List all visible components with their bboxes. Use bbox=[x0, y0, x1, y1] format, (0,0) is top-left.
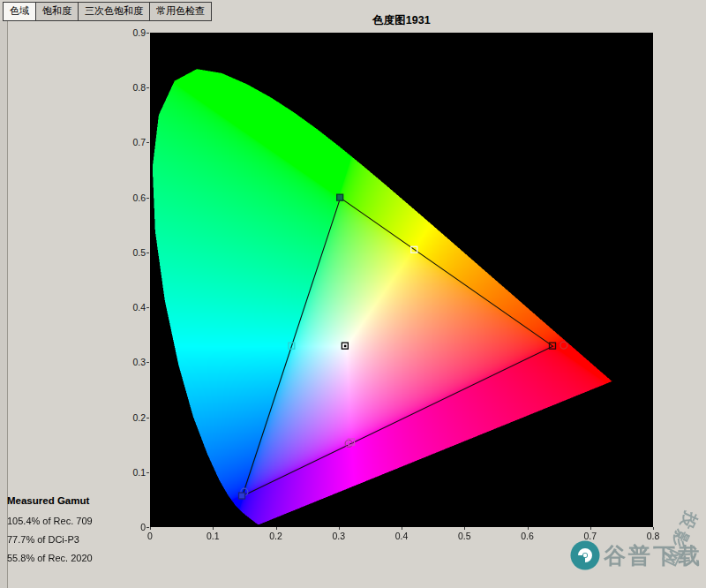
app-window: { "tabs": [ { "label": "色域", "active": t… bbox=[0, 0, 706, 588]
x-tick-mark bbox=[528, 527, 529, 530]
x-tick-mark bbox=[339, 527, 340, 530]
x-tick-label: 0.5 bbox=[449, 531, 479, 541]
tab-saturation[interactable]: 饱和度 bbox=[36, 2, 79, 21]
y-tick-mark bbox=[146, 418, 149, 418]
x-tick-label: 0.2 bbox=[261, 531, 291, 541]
tab-gamut[interactable]: 色域 bbox=[3, 2, 36, 21]
x-tick-mark bbox=[150, 527, 151, 530]
x-tick-label: 0.3 bbox=[324, 531, 354, 541]
measured-gamut-dcip3: 77.7% of DCi-P3 bbox=[7, 534, 79, 545]
y-tick-label: 0.7 bbox=[119, 137, 146, 147]
y-tick-label: 0.1 bbox=[119, 467, 146, 478]
y-tick-mark bbox=[146, 198, 149, 199]
y-tick-label: 0.4 bbox=[119, 302, 146, 313]
measured-gamut-rec2020: 55.8% of Rec. 2020 bbox=[7, 553, 93, 563]
y-tick-mark bbox=[146, 362, 149, 363]
y-tick-label: 0.5 bbox=[119, 247, 146, 258]
y-tick-mark bbox=[146, 87, 149, 88]
cie-1931-chromaticity-canvas bbox=[150, 33, 653, 527]
x-tick-mark bbox=[590, 527, 591, 530]
x-tick-mark bbox=[402, 527, 402, 530]
y-tick-label: 0.6 bbox=[119, 192, 146, 203]
x-tick-label: 0.8 bbox=[638, 531, 668, 541]
y-tick-mark bbox=[146, 142, 149, 143]
y-tick-label: 0 bbox=[119, 522, 146, 532]
y-tick-mark bbox=[146, 253, 149, 253]
y-tick-mark bbox=[146, 307, 149, 308]
y-tick-label: 0.8 bbox=[119, 82, 146, 93]
tab-common-color-check[interactable]: 常用色检查 bbox=[150, 2, 212, 21]
y-tick-mark bbox=[146, 472, 149, 473]
x-tick-mark bbox=[213, 527, 214, 530]
chart-title: 色度图1931 bbox=[150, 13, 653, 28]
x-tick-label: 0.4 bbox=[387, 531, 417, 541]
x-tick-mark bbox=[276, 527, 277, 530]
measured-gamut-rec709: 105.4% of Rec. 709 bbox=[7, 516, 93, 526]
y-tick-label: 0.2 bbox=[119, 412, 146, 423]
y-tick-label: 0.3 bbox=[119, 357, 146, 367]
tab-bar: 色域 饱和度 三次色饱和度 常用色检查 bbox=[3, 2, 212, 21]
x-tick-mark bbox=[464, 527, 465, 530]
x-tick-label: 0.1 bbox=[198, 531, 228, 541]
watermark-logo-icon bbox=[569, 539, 601, 571]
y-tick-label: 0.9 bbox=[119, 27, 146, 38]
y-tick-mark bbox=[146, 33, 149, 34]
tab-tertiary-saturation[interactable]: 三次色饱和度 bbox=[79, 2, 150, 21]
measured-gamut-title: Measured Gamut bbox=[7, 495, 89, 506]
x-tick-label: 0.6 bbox=[513, 531, 543, 541]
x-tick-mark bbox=[653, 527, 654, 530]
y-tick-mark bbox=[146, 527, 149, 528]
